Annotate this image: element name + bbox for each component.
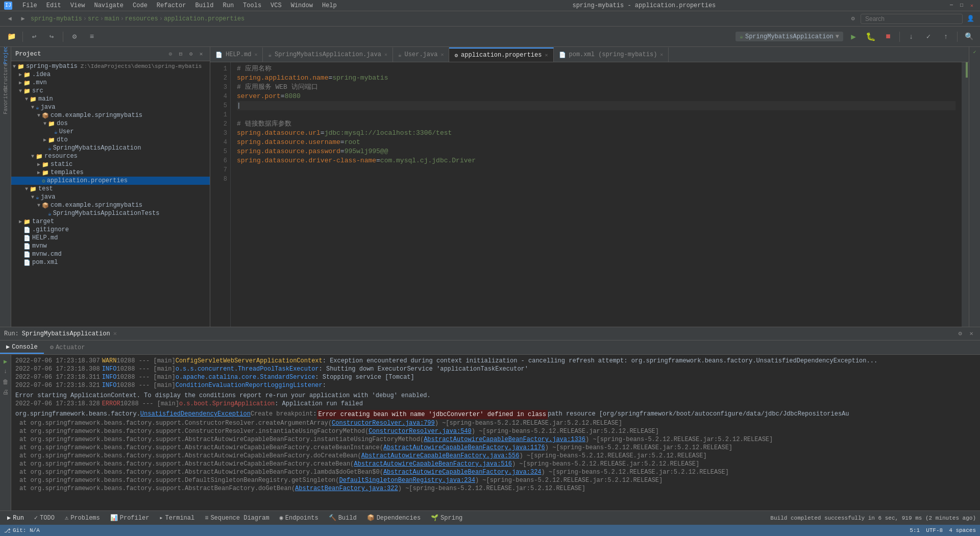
tree-item-com[interactable]: ▼ 📦 com.example.springmybatis (11, 111, 210, 119)
line-col-status[interactable]: 5:1 (910, 527, 920, 533)
tree-item-testjava[interactable]: ▼ ☕ java (11, 193, 210, 201)
stack-link-6[interactable]: AbstractAutowireCapableBeanFactory.java:… (354, 460, 512, 468)
toolbar-dependencies[interactable]: 📦 Dependencies (364, 513, 424, 523)
stack-link-2[interactable]: ConstructorResolver.java:540 (369, 428, 472, 435)
search-input[interactable] (861, 14, 963, 24)
tree-item-dos[interactable]: ▼ 📁 dos (11, 119, 210, 128)
tree-item-testcom[interactable]: ▼ 📦 com.example.springmybatis (11, 201, 210, 209)
toolbar-profiler[interactable]: 📊 Profiler (107, 513, 153, 523)
git-commit-button[interactable]: ✓ (921, 30, 936, 44)
git-update-button[interactable]: ↓ (904, 30, 918, 44)
sync-project-button[interactable]: ⊙ (166, 50, 175, 59)
tab-appprops[interactable]: ⚙ application.properties ✕ (449, 47, 553, 62)
tab-close-appprops[interactable]: ✕ (545, 52, 548, 58)
breadcrumb-main[interactable]: main (105, 15, 119, 22)
editor-scrollbar[interactable] (962, 62, 969, 327)
tab-close-springapp[interactable]: ✕ (384, 52, 387, 58)
settings-panel-button[interactable]: ⚙ (955, 329, 965, 338)
inspection-indicator[interactable]: ✓ (973, 49, 976, 55)
stack-link-8[interactable]: DefaultSingletonBeanRegistry.java:234 (339, 477, 475, 484)
tree-item-mvn[interactable]: ▶ 📁 .mvn (11, 79, 210, 87)
tree-item-resources[interactable]: ▼ 📁 resources (11, 152, 210, 160)
tab-springapp[interactable]: ☕ SpringMybatisApplication.java ✕ (263, 47, 393, 62)
scroll-end-button[interactable]: ↓ (1, 367, 10, 376)
tab-close-help[interactable]: ✕ (254, 52, 257, 58)
open-button[interactable]: 📁 (4, 30, 18, 44)
stack-link-7[interactable]: AbstractAutowireCapableBeanFactory.java:… (383, 469, 542, 476)
breadcrumb-file[interactable]: application.properties (164, 15, 244, 22)
close-panel-button[interactable]: ✕ (967, 329, 976, 338)
tab-close-user[interactable]: ✕ (440, 52, 444, 58)
toolbar-seqdiag[interactable]: ≡ Sequence Diagram (202, 514, 272, 523)
encoding-status[interactable]: UTF-8 (926, 527, 943, 533)
toolbar-terminal[interactable]: ▸ Terminal (156, 513, 198, 523)
collapse-all-button[interactable]: ⊟ (176, 50, 185, 59)
run-config-close[interactable]: ✕ (113, 330, 117, 337)
menu-navigate[interactable]: Navigate (90, 1, 128, 10)
clear-console-button[interactable]: 🗑 (1, 377, 10, 386)
tree-item-user[interactable]: ▶ ☕ User (11, 128, 210, 136)
tree-item-root[interactable]: ▼ 📁 spring-mybatis Z:\IdeaProjects\demo1… (11, 62, 210, 70)
tab-user[interactable]: ☕ User.java ✕ (393, 47, 449, 62)
undo-button[interactable]: ↩ (27, 30, 41, 44)
menu-run[interactable]: Run (218, 1, 238, 10)
tree-item-main[interactable]: ▼ 📁 main (11, 95, 210, 103)
tree-item-gitignore[interactable]: ▶ 📄 .gitignore (11, 226, 210, 234)
git-push-button[interactable]: ↑ (939, 30, 953, 44)
search-everywhere-button[interactable]: 🔍 (962, 30, 976, 44)
breadcrumb-resources[interactable]: resources (125, 15, 158, 22)
stack-link-4[interactable]: AbstractAutowireCapableBeanFactory.java:… (383, 444, 545, 451)
menu-view[interactable]: View (66, 1, 89, 10)
tree-item-target[interactable]: ▶ 📁 target (11, 217, 210, 226)
toolbar-spring[interactable]: 🌱 Spring (428, 513, 465, 523)
menu-build[interactable]: Build (191, 1, 217, 10)
menu-help[interactable]: Help (318, 1, 341, 10)
tab-close-pom[interactable]: ✕ (660, 52, 663, 58)
breadcrumb-src[interactable]: src (88, 15, 99, 22)
structure-sidebar-btn[interactable]: Structure (1, 72, 10, 82)
tree-item-test[interactable]: ▼ 📁 test (11, 185, 210, 193)
forward-button[interactable]: ▶ (17, 13, 29, 25)
tree-item-testsuite[interactable]: ▶ ☕ SpringMybatisApplicationTests (11, 209, 210, 217)
print-button[interactable]: 🖨 (1, 387, 10, 397)
tab-help[interactable]: 📄 HELP.md ✕ (210, 47, 263, 62)
breadcrumb-project[interactable]: spring-mybatis (31, 15, 82, 22)
stack-link-1[interactable]: ConstructorResolver.java:799 (332, 420, 435, 427)
more-button[interactable]: ≡ (85, 30, 99, 44)
toolbar-build[interactable]: 🔨 Build (326, 513, 360, 523)
menu-window[interactable]: Window (287, 1, 317, 10)
panel-settings-button[interactable]: ⚙ (186, 50, 195, 59)
tree-item-dto[interactable]: ▶ 📁 dto (11, 136, 210, 144)
stack-link-5[interactable]: AbstractAutowireCapableBeanFactory.java:… (361, 452, 520, 459)
restart-button[interactable]: ▶ (1, 357, 10, 366)
tab-pom[interactable]: 📄 pom.xml (spring-mybatis) ✕ (554, 47, 669, 62)
run-configuration[interactable]: ☕ SpringMybatisApplication ▼ (736, 32, 843, 41)
stack-link-9[interactable]: AbstractBeanFactory.java:322 (295, 485, 398, 492)
toolbar-todo[interactable]: ✓ TODO (31, 513, 58, 523)
settings-icon[interactable]: ⚙ (847, 13, 859, 25)
settings-button[interactable]: ⚙ (67, 30, 82, 44)
tree-item-pomxml[interactable]: ▶ 📄 pom.xml (11, 258, 210, 266)
tree-item-springapp[interactable]: ▶ ☕ SpringMybatisApplication (11, 144, 210, 152)
menu-code[interactable]: Code (129, 1, 152, 10)
back-button[interactable]: ◀ (4, 13, 15, 25)
close-button[interactable]: ✕ (968, 2, 976, 10)
tree-item-static[interactable]: ▶ 📁 static (11, 160, 210, 168)
panel-close-button[interactable]: ✕ (197, 50, 206, 59)
tree-item-templates[interactable]: ▶ 📁 templates (11, 168, 210, 177)
menu-refactor[interactable]: Refactor (153, 1, 190, 10)
run-button[interactable]: ▶ (846, 30, 861, 44)
git-branch-status[interactable]: ⎇ Git: N/A (4, 527, 40, 534)
toolbar-endpoints[interactable]: ◉ Endpoints (277, 513, 322, 523)
tree-item-idea[interactable]: ▶ 📁 .idea (11, 70, 210, 79)
toolbar-problems[interactable]: ⚠ Problems (62, 513, 103, 523)
menu-vcs[interactable]: VCS (266, 1, 286, 10)
tree-item-java[interactable]: ▼ ☕ java (11, 103, 210, 111)
tab-console[interactable]: ▶ Console (0, 341, 44, 354)
tree-item-mvnw[interactable]: ▶ 📄 mvnw (11, 242, 210, 250)
debug-button[interactable]: 🐛 (864, 30, 878, 44)
stop-button[interactable]: ■ (881, 30, 895, 44)
menu-file[interactable]: File (18, 1, 41, 10)
tree-item-mvnwcmd[interactable]: ▶ 📄 mvnw.cmd (11, 250, 210, 258)
redo-button[interactable]: ↪ (44, 30, 59, 44)
